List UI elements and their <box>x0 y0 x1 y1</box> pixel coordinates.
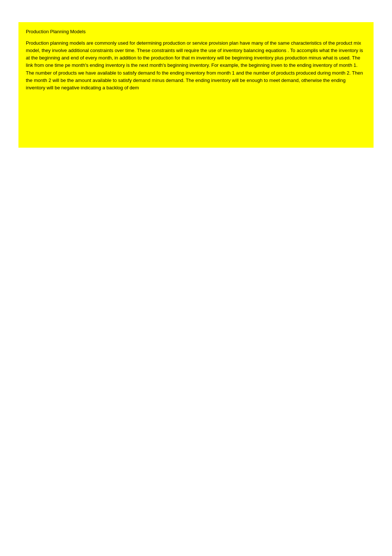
body-paragraph: Production planning models are commonly … <box>26 40 366 92</box>
content-area: Production Planning Models Production pl… <box>18 22 374 148</box>
body-text: Production planning models are commonly … <box>26 40 366 92</box>
page-container: Production Planning Models Production pl… <box>0 0 392 556</box>
section-title: Production Planning Models <box>26 29 366 34</box>
